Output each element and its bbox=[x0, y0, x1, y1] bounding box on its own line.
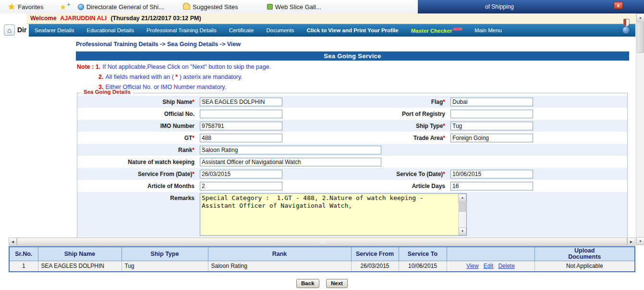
scrollbar-grip-icon bbox=[320, 240, 325, 244]
nature-of-watch-keeping-label: Nature of watch keeping bbox=[77, 159, 197, 165]
table-header-actions bbox=[447, 247, 535, 261]
window-titlebar-fragment: of Shipping x bbox=[418, 0, 644, 13]
article-of-months-label: Article of Months bbox=[77, 183, 197, 189]
folder-icon bbox=[183, 4, 190, 10]
form-row-remarks: Remarks Special Category : 1.GT - 488, 2… bbox=[77, 192, 627, 237]
add-favorite-button[interactable]: ★ + bbox=[60, 3, 70, 11]
nav-educational-details[interactable]: Educational Details bbox=[86, 27, 134, 33]
article-of-months-input[interactable] bbox=[200, 182, 282, 190]
cell-ship-type: Tug bbox=[122, 261, 208, 272]
ship-name-input[interactable] bbox=[200, 98, 282, 106]
gt-label: GT* bbox=[77, 135, 197, 141]
fieldset-legend: Sea Going Details bbox=[81, 89, 133, 95]
welcome-label: Welcome bbox=[30, 15, 57, 22]
plus-icon: + bbox=[67, 2, 70, 7]
nav-master-checker[interactable]: Master CheckerNEW bbox=[411, 27, 462, 34]
horizontal-scrollbar-thumb[interactable] bbox=[17, 238, 627, 246]
form-row-rank: Rank* bbox=[77, 144, 627, 156]
breadcrumb: Professional Training Details -> Sea Goi… bbox=[76, 41, 241, 48]
nav-seafarer-details[interactable]: Seafarer Details bbox=[35, 27, 74, 33]
blue-globe-icon[interactable] bbox=[622, 26, 631, 35]
favorites-button[interactable]: ★ Favorites bbox=[8, 2, 44, 11]
scroll-left-icon[interactable]: ◀ bbox=[9, 238, 17, 246]
flag-input[interactable] bbox=[450, 98, 533, 106]
delete-link[interactable]: Delete bbox=[498, 263, 515, 269]
horizontal-scrollbar[interactable]: ◀ ▶ bbox=[9, 238, 635, 246]
session-datetime: (Thursday 21/12/2017 03:12 PM) bbox=[110, 15, 201, 22]
article-days-input[interactable] bbox=[450, 182, 533, 190]
remarks-scrollbar[interactable]: ▲ ▼ bbox=[458, 194, 466, 235]
vertical-scrollbar[interactable]: ▲ ▼ bbox=[636, 13, 644, 245]
vertical-scrollbar-thumb[interactable] bbox=[637, 22, 644, 53]
trade-area-label: Trade Area* bbox=[283, 135, 448, 141]
nav-professional-training-details[interactable]: Professional Training Details bbox=[146, 27, 217, 33]
titlebar-text: of Shipping bbox=[485, 3, 514, 10]
ship-type-input[interactable] bbox=[450, 122, 533, 130]
form-row-gt-tradearea: GT* Trade Area* bbox=[77, 132, 627, 144]
rank-label: Rank* bbox=[77, 147, 197, 153]
main-nav-bar: Seafarer Details Educational Details Pro… bbox=[29, 24, 635, 37]
article-days-label: Article Days bbox=[283, 183, 448, 189]
flag-label: Flag* bbox=[283, 99, 448, 105]
master-checker-label: Master Checker bbox=[411, 27, 452, 33]
house-icon: ⌂ bbox=[7, 26, 12, 34]
home-button[interactable]: ⌂ bbox=[4, 25, 15, 36]
service-to-date-input[interactable] bbox=[450, 170, 533, 178]
table-header-srno: Sr.No. bbox=[9, 247, 38, 261]
remarks-scrollbar-thumb[interactable] bbox=[459, 202, 466, 212]
cell-service-from: 26/03/2015 bbox=[351, 261, 399, 272]
form-row-imo-shiptype: IMO Number Ship Type* bbox=[77, 120, 627, 132]
imo-number-label: IMO Number bbox=[77, 123, 197, 129]
port-of-registry-input[interactable] bbox=[450, 110, 533, 118]
port-of-registry-label: Port of Registry bbox=[283, 111, 448, 117]
table-row: 1 SEA EAGLES DOLPHIN Tug Saloon Rating 2… bbox=[9, 261, 635, 272]
official-no-input[interactable] bbox=[200, 110, 282, 118]
add-favorite-star-icon: ★ bbox=[60, 3, 66, 11]
nature-of-watch-keeping-input[interactable] bbox=[200, 158, 381, 166]
remarks-label: Remarks bbox=[77, 192, 197, 202]
remarks-text: Special Category : 1.GT - 488, 2.Nature … bbox=[202, 194, 457, 235]
scroll-down-icon[interactable]: ▼ bbox=[636, 237, 644, 245]
back-button[interactable]: Back bbox=[296, 279, 319, 288]
new-badge: NEW bbox=[453, 27, 462, 31]
table-header-service-from: Service From bbox=[351, 247, 399, 261]
nav-certificate[interactable]: Certificate bbox=[229, 27, 254, 33]
official-no-label: Official No. bbox=[77, 111, 197, 117]
table-header-service-to: Service To bbox=[399, 247, 447, 261]
nav-view-print-profile[interactable]: Click to View and Print Your Profile bbox=[307, 27, 399, 33]
scroll-up-icon[interactable]: ▲ bbox=[636, 13, 644, 22]
web-slices-button[interactable]: Web Slice Gall... bbox=[267, 3, 321, 11]
next-button[interactable]: Next bbox=[326, 279, 348, 288]
nav-main-menu[interactable]: Main Menu bbox=[474, 27, 502, 33]
scroll-up-icon[interactable]: ▲ bbox=[459, 194, 466, 202]
service-to-label: Service To (Date)* bbox=[283, 171, 448, 177]
browser-window: ★ Favorites ★ + Directorate General of S… bbox=[0, 0, 644, 290]
cell-upload-documents: Not Applicable bbox=[535, 261, 635, 272]
trade-area-input[interactable] bbox=[450, 134, 533, 142]
scroll-down-icon[interactable]: ▼ bbox=[459, 227, 466, 235]
rank-input[interactable] bbox=[200, 146, 381, 154]
imo-number-input[interactable] bbox=[200, 122, 282, 130]
form-row-official-port: Official No. Port of Registry bbox=[77, 108, 627, 120]
tab-title-fragment: Dir bbox=[17, 26, 26, 34]
welcome-bar: Welcome AJARUDDIN ALI (Thursday 21/12/20… bbox=[26, 13, 636, 24]
footer-actions: Back Next bbox=[0, 278, 644, 288]
cell-service-to: 10/06/2015 bbox=[399, 261, 447, 272]
scroll-right-icon[interactable]: ▶ bbox=[627, 238, 635, 246]
suggested-sites-button[interactable]: Suggested Sites bbox=[183, 3, 238, 11]
gt-input[interactable] bbox=[200, 134, 282, 142]
nav-documents[interactable]: Documents bbox=[266, 27, 294, 33]
view-link[interactable]: View bbox=[466, 263, 479, 269]
table-header-ship-type: Ship Type bbox=[122, 247, 208, 261]
table-header-rank: Rank bbox=[208, 247, 351, 261]
close-icon[interactable]: x bbox=[614, 2, 623, 9]
service-from-date-input[interactable] bbox=[200, 170, 282, 178]
sea-going-details-fieldset: Sea Going Details Ship Name* Flag* Offic… bbox=[77, 93, 628, 240]
favorite-link-label: Directorate General of Shi... bbox=[86, 3, 164, 11]
ship-name-label: Ship Name* bbox=[77, 99, 197, 105]
edit-link[interactable]: Edit bbox=[484, 263, 494, 269]
notes-block: Note : 1.If Not applicable,Please Click … bbox=[77, 62, 271, 92]
form-row-ship-flag: Ship Name* Flag* bbox=[77, 96, 627, 108]
remarks-textarea[interactable]: Special Category : 1.GT - 488, 2.Nature … bbox=[200, 193, 467, 236]
favorite-link-dgshipping[interactable]: Directorate General of Shi... bbox=[78, 3, 164, 11]
